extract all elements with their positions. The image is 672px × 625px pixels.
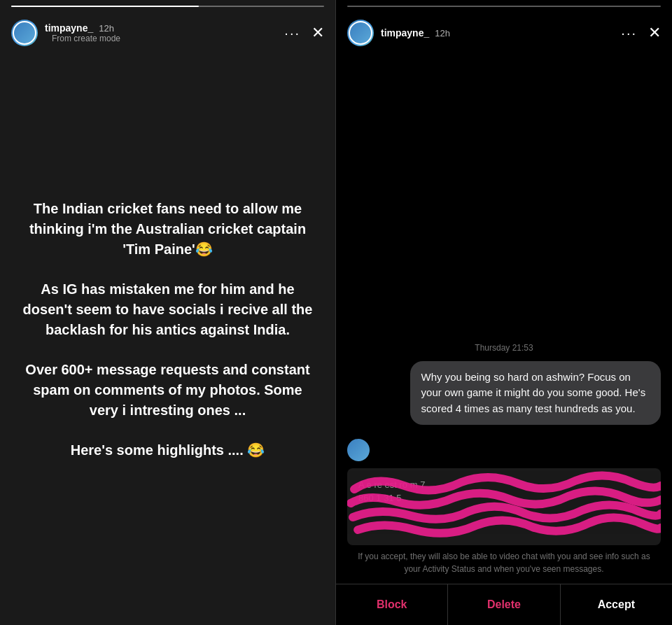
- time-right: 12h: [435, 28, 450, 38]
- message-bubble: Why you being so hard on ashwin? Focus o…: [410, 361, 661, 426]
- story-progress-right: [336, 0, 672, 10]
- chat-area: Thursday 21:53 Why you being so hard on …: [336, 53, 672, 468]
- reply-avatar: [347, 439, 370, 461]
- progress-bg-right: [347, 6, 661, 7]
- story-text-left: The Indian cricket fans need to allow me…: [21, 199, 314, 480]
- accept-button[interactable]: Accept: [561, 584, 672, 625]
- close-icon-right[interactable]: ✕: [648, 24, 661, 42]
- avatar-left: [11, 20, 38, 46]
- story-content-left: The Indian cricket fans need to allow me…: [0, 53, 335, 625]
- header-actions-right: ··· ✕: [621, 24, 661, 42]
- more-options-icon-right[interactable]: ···: [621, 25, 637, 41]
- left-story-panel: timpayne_ 12h From create mode ··· ✕ The…: [0, 0, 336, 625]
- progress-bg: [11, 6, 324, 7]
- right-content: Thursday 21:53 Why you being so hard on …: [336, 53, 672, 625]
- paragraph-1: The Indian cricket fans need to allow me…: [21, 199, 314, 260]
- more-options-icon-left[interactable]: ···: [284, 25, 300, 41]
- progress-fill: [11, 6, 199, 7]
- paragraph-3: Over 600+ message requests and constant …: [21, 360, 314, 421]
- right-story-panel: timpayne_ 12h ··· ✕ Thursday 21:53 Why y…: [336, 0, 672, 625]
- redacted-area: A e re est ro m 7 860 1 31 5: [347, 468, 661, 545]
- header-top-row-right: timpayne_ 12h: [381, 27, 621, 38]
- paragraph-2: As IG has mistaken me for him and he dos…: [21, 279, 314, 340]
- header-info-left: timpayne_ 12h From create mode: [45, 22, 284, 43]
- header-actions-left: ··· ✕: [284, 24, 324, 42]
- username-right: timpayne_: [381, 27, 429, 38]
- reply-section: [347, 436, 661, 461]
- accept-info-text: If you accept, they will also be able to…: [336, 545, 672, 584]
- header-info-right: timpayne_ 12h: [381, 27, 621, 38]
- close-icon-left[interactable]: ✕: [312, 24, 324, 42]
- from-create-label: From create mode: [52, 34, 284, 43]
- accept-bar: Block Delete Accept: [336, 584, 672, 625]
- paragraph-4: Here's some highlights .... 😂: [21, 440, 314, 461]
- block-button[interactable]: Block: [336, 584, 448, 625]
- chat-timestamp: Thursday 21:53: [347, 343, 661, 353]
- avatar-image-right: [349, 21, 372, 45]
- story-header-left: timpayne_ 12h From create mode ··· ✕: [0, 10, 335, 53]
- time-left: 12h: [99, 23, 114, 34]
- story-progress-left: [0, 0, 335, 10]
- username-left: timpayne_: [45, 22, 93, 34]
- avatar-right: [347, 20, 374, 46]
- delete-button[interactable]: Delete: [448, 584, 560, 625]
- scribble-overlay: [347, 468, 661, 545]
- header-top-row-left: timpayne_ 12h: [45, 22, 284, 34]
- story-header-right: timpayne_ 12h ··· ✕: [336, 10, 672, 53]
- avatar-image-left: [13, 21, 36, 45]
